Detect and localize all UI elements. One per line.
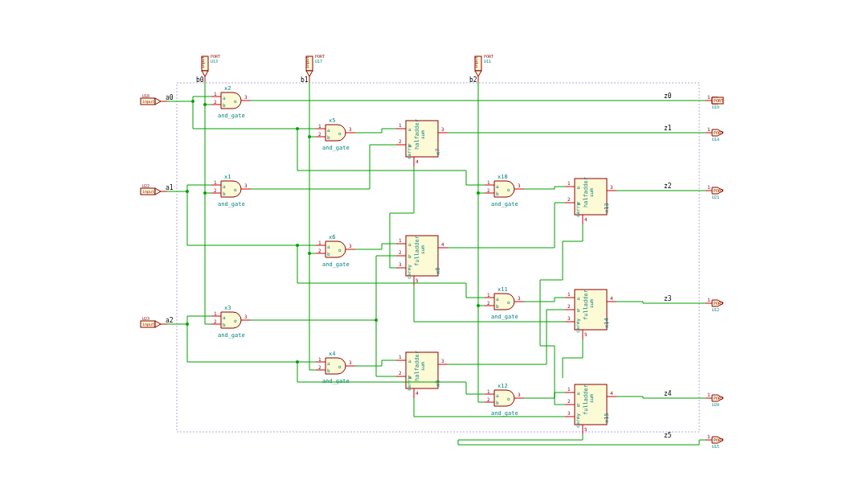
svg-text:3: 3 [399, 261, 402, 267]
svg-text:sum: sum [588, 394, 594, 403]
svg-text:sum: sum [420, 245, 425, 254]
svg-text:carry: carry [406, 265, 412, 279]
svg-text:a: a [223, 314, 226, 320]
block-x15-fulladder: 1 2 3 4 a b c sum carry fulladder x15 5 [565, 384, 616, 434]
svg-text:sum: sum [420, 362, 425, 371]
svg-text:x12: x12 [497, 383, 508, 389]
svg-text:1: 1 [567, 386, 571, 392]
svg-text:2: 2 [318, 248, 321, 253]
svg-text:1: 1 [487, 292, 490, 298]
gate-x1-and: 1 2 3 a b o x1 and_gate [211, 174, 251, 208]
gate-x3-and: 1 2 3 a b o x3 and_gate [211, 305, 251, 339]
svg-text:5: 5 [584, 426, 588, 432]
svg-text:a: a [408, 358, 411, 364]
svg-text:carry: carry [406, 145, 412, 159]
svg-text:x6: x6 [329, 234, 335, 240]
svg-text:z5: z5 [664, 432, 672, 439]
svg-text:U21: U21 [712, 195, 719, 199]
svg-text:b: b [223, 322, 226, 327]
svg-text:and_gate: and_gate [491, 201, 518, 208]
svg-text:3: 3 [567, 410, 571, 416]
svg-text:1: 1 [487, 388, 490, 394]
svg-point-283 [296, 244, 299, 247]
port-b2: input U11 b2 PORT [469, 54, 493, 84]
svg-text:carry: carry [575, 413, 581, 428]
svg-text:a: a [577, 184, 580, 190]
svg-text:1: 1 [707, 126, 710, 132]
svg-text:2: 2 [214, 99, 217, 105]
svg-text:a2: a2 [166, 317, 174, 324]
svg-text:o: o [338, 130, 342, 136]
svg-text:PORT: PORT [714, 130, 723, 135]
svg-text:5: 5 [584, 331, 588, 337]
svg-point-286 [375, 318, 378, 322]
svg-text:PORT: PORT [315, 54, 325, 59]
svg-marker-13 [155, 321, 161, 327]
svg-text:and_gate: and_gate [322, 378, 350, 384]
svg-text:a: a [327, 127, 330, 133]
svg-text:1: 1 [707, 297, 710, 302]
svg-text:4: 4 [610, 295, 613, 301]
svg-text:1: 1 [707, 184, 710, 190]
svg-text:x3: x3 [224, 305, 231, 311]
svg-text:x10: x10 [497, 174, 508, 180]
svg-text:1: 1 [214, 179, 217, 185]
svg-text:U13: U13 [211, 59, 218, 64]
svg-text:input: input [200, 56, 206, 68]
svg-text:o: o [338, 247, 342, 253]
svg-text:1: 1 [567, 291, 571, 297]
svg-marker-26 [306, 71, 313, 76]
svg-text:carry: carry [575, 318, 581, 333]
gate-x12-and: 1 2 3 a b o x12 and_gate [485, 383, 524, 417]
svg-text:U14: U14 [712, 137, 719, 142]
svg-text:b: b [327, 251, 330, 257]
gate-x5-and: 1 2 3 a b o x5 and_gate [316, 117, 355, 151]
svg-text:3: 3 [349, 243, 352, 249]
svg-point-284 [186, 323, 189, 326]
svg-text:fulladder: fulladder [583, 290, 589, 320]
svg-text:U20: U20 [712, 402, 719, 407]
svg-text:4: 4 [584, 216, 588, 222]
svg-text:x9: x9 [435, 380, 441, 387]
svg-text:o: o [234, 98, 237, 104]
svg-text:2: 2 [567, 398, 571, 404]
svg-text:3: 3 [567, 315, 571, 321]
svg-text:b: b [327, 368, 330, 373]
svg-marker-19 [202, 71, 208, 76]
port-a0: input U18 a0 [141, 93, 174, 105]
svg-text:a: a [327, 244, 330, 249]
svg-text:input: input [305, 56, 310, 68]
svg-text:b: b [496, 191, 499, 196]
block-x14-fulladder: 1 2 3 4 a b c sum carry fulladder x14 5 [565, 290, 616, 339]
svg-text:1: 1 [399, 354, 402, 360]
block-x8-fulladder: 1 2 3 4 a b c sum carry fulladder x8 5 [396, 236, 448, 286]
svg-text:PORT: PORT [714, 98, 723, 103]
svg-text:2: 2 [567, 196, 571, 202]
svg-text:input: input [473, 56, 479, 68]
svg-text:1: 1 [399, 122, 402, 128]
svg-text:5: 5 [416, 277, 419, 283]
svg-text:PORT: PORT [211, 54, 220, 59]
svg-point-285 [296, 360, 299, 364]
svg-text:z2: z2 [664, 183, 672, 190]
svg-text:1: 1 [214, 91, 217, 97]
svg-text:and_gate: and_gate [218, 201, 245, 208]
svg-text:a: a [408, 126, 411, 132]
svg-text:2: 2 [567, 303, 571, 309]
svg-text:x13: x13 [604, 203, 610, 213]
svg-text:b: b [577, 307, 580, 313]
svg-text:fulladder: fulladder [414, 236, 420, 266]
svg-text:3: 3 [349, 126, 352, 132]
svg-point-282 [186, 190, 189, 193]
gate-x6-and: 1 2 3 a b o x6 and_gate [316, 234, 355, 268]
svg-text:b: b [496, 400, 499, 405]
svg-text:b2: b2 [469, 76, 477, 84]
port-a2: input U23 a2 [141, 316, 174, 327]
svg-text:z4: z4 [664, 390, 672, 397]
svg-text:3: 3 [349, 360, 352, 365]
svg-text:2: 2 [399, 249, 402, 255]
svg-text:U17: U17 [315, 59, 322, 64]
svg-text:2: 2 [487, 397, 490, 402]
svg-text:fulladder: fulladder [583, 384, 589, 415]
svg-text:and_gate: and_gate [491, 410, 518, 417]
